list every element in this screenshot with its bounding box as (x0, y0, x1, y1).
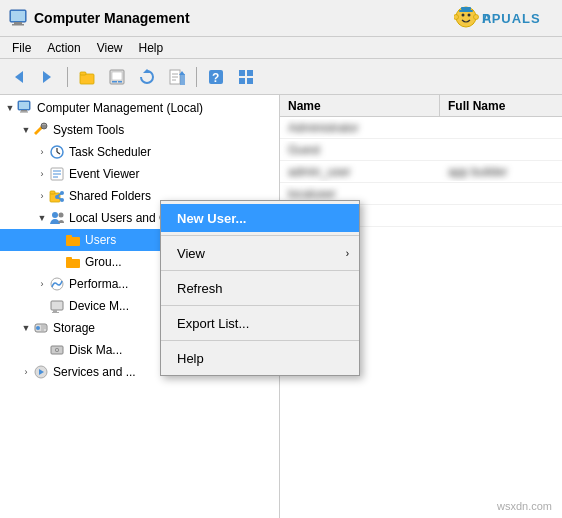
svg-rect-30 (239, 70, 245, 76)
menu-help[interactable]: Help (131, 39, 172, 57)
tools-icon (32, 121, 50, 139)
svg-point-38 (41, 123, 47, 129)
cell-name: Administrator (280, 119, 440, 137)
submenu-arrow-icon: › (346, 248, 349, 259)
menu-view[interactable]: View (89, 39, 131, 57)
appuals-logo: PPUALS A (454, 3, 554, 33)
tree-item-comp-mgmt[interactable]: ▼ Computer Management (Local) (0, 97, 279, 119)
scheduler-icon (48, 143, 66, 161)
svg-text:A: A (482, 11, 492, 26)
svg-marker-14 (43, 71, 51, 83)
toolbar-separator-2 (196, 67, 197, 87)
list-header: Name Full Name (280, 95, 562, 117)
tree-item-system-tools[interactable]: ▼ System Tools (0, 119, 279, 141)
svg-rect-15 (80, 74, 94, 84)
ctx-refresh[interactable]: Refresh (161, 274, 359, 302)
tree-label: Event Viewer (69, 167, 139, 181)
svg-point-49 (60, 191, 64, 195)
expand-icon: ▼ (20, 323, 32, 333)
svg-text:?: ? (212, 71, 219, 85)
svg-point-9 (454, 15, 459, 20)
svg-rect-60 (53, 310, 57, 312)
menu-file[interactable]: File (4, 39, 39, 57)
users-icon (48, 209, 66, 227)
ctx-help[interactable]: Help (161, 344, 359, 372)
svg-point-6 (468, 14, 471, 17)
tree-label: Computer Management (Local) (37, 101, 203, 115)
storage-icon (32, 319, 50, 337)
tree-item-event-viewer[interactable]: › Event Viewer (0, 163, 279, 185)
expand-icon: › (36, 191, 48, 201)
watermark: wsxdn.com (497, 500, 552, 512)
ctx-export[interactable]: Export List... (161, 309, 359, 337)
svg-point-51 (55, 195, 59, 199)
svg-rect-16 (80, 72, 86, 75)
refresh-button[interactable] (133, 64, 161, 90)
expand-icon: › (20, 367, 32, 377)
svg-point-63 (36, 326, 40, 330)
event-icon (48, 165, 66, 183)
svg-point-52 (52, 212, 58, 218)
svg-marker-13 (15, 71, 23, 83)
svg-rect-55 (66, 235, 72, 238)
menu-action[interactable]: Action (39, 39, 88, 57)
svg-rect-3 (11, 11, 25, 21)
cell-fullname (440, 192, 562, 196)
ctx-view[interactable]: View › (161, 239, 359, 267)
tree-label: Shared Folders (69, 189, 151, 203)
svg-rect-32 (239, 78, 245, 84)
services-icon (32, 363, 50, 381)
ctx-refresh-label: Refresh (177, 281, 223, 296)
svg-rect-39 (42, 124, 46, 125)
cell-name: Guest (280, 141, 440, 159)
list-row[interactable]: Administrator (280, 117, 562, 139)
folder-groups-icon (64, 253, 82, 271)
list-row[interactable]: Guest (280, 139, 562, 161)
toolbar-separator-1 (67, 67, 68, 87)
expand-icon: ▼ (36, 213, 48, 223)
ctx-new-user[interactable]: New User... (161, 204, 359, 232)
toolbar: ? (0, 59, 562, 95)
svg-rect-2 (12, 24, 24, 26)
ctx-separator-3 (161, 305, 359, 306)
forward-button[interactable] (34, 64, 62, 90)
ctx-separator-1 (161, 235, 359, 236)
svg-marker-26 (180, 74, 185, 85)
perf-icon (48, 275, 66, 293)
svg-rect-20 (118, 81, 122, 83)
properties-button[interactable] (103, 64, 131, 90)
tree-label: System Tools (53, 123, 124, 137)
ctx-view-label: View (177, 246, 205, 261)
disk-icon (48, 341, 66, 359)
export-button[interactable] (163, 64, 191, 90)
svg-rect-8 (459, 10, 473, 12)
svg-point-53 (59, 213, 64, 218)
computer-icon (16, 99, 34, 117)
svg-rect-59 (51, 301, 63, 310)
view-button[interactable] (232, 64, 260, 90)
menu-bar: File Action View Help (0, 37, 562, 59)
ctx-help-label: Help (177, 351, 204, 366)
tree-item-task-scheduler[interactable]: › Task Scheduler (0, 141, 279, 163)
help-button[interactable]: ? (202, 64, 230, 90)
svg-point-5 (462, 14, 465, 17)
svg-rect-31 (247, 70, 253, 76)
title-text: Computer Management (34, 10, 190, 26)
back-button[interactable] (4, 64, 32, 90)
folder-button[interactable] (73, 64, 101, 90)
svg-rect-54 (66, 237, 80, 246)
tree-label: Device M... (69, 299, 129, 313)
device-icon (48, 297, 66, 315)
svg-rect-57 (66, 257, 72, 260)
svg-rect-33 (247, 78, 253, 84)
cell-name: admin_user (280, 163, 440, 181)
list-row[interactable]: admin_user app builder (280, 161, 562, 183)
tree-label: Users (85, 233, 116, 247)
svg-rect-35 (19, 102, 29, 109)
svg-rect-7 (461, 7, 471, 10)
svg-point-10 (474, 15, 479, 20)
title-bar: Computer Management PPUALS A (0, 0, 562, 37)
expand-icon: › (36, 147, 48, 157)
tree-label: Grou... (85, 255, 122, 269)
cell-fullname: app builder (440, 163, 562, 181)
